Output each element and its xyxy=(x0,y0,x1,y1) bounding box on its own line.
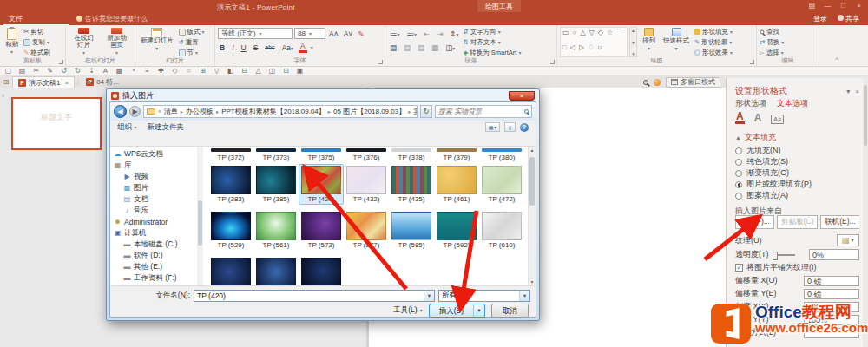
copy-button[interactable]: 复制▾ xyxy=(23,37,50,47)
folder-tree-item[interactable]: ▤ 文档 xyxy=(110,193,197,205)
settings-gear-icon[interactable] xyxy=(654,79,661,86)
folder-tree-item[interactable]: ☁ WPS云文档 xyxy=(110,148,197,160)
folder-tree-item[interactable]: ▦ 库 xyxy=(110,160,197,171)
section-text-fill[interactable]: ▲ 文本填充 xyxy=(735,132,859,143)
file-item-partial[interactable]: TP (373) xyxy=(253,148,299,162)
tools-button[interactable]: 工具(L)▾ xyxy=(393,305,422,316)
fill-option-radio[interactable]: 渐变填充(G) xyxy=(735,167,859,179)
qat-icon[interactable]: ▽ xyxy=(213,67,220,75)
search-box[interactable] xyxy=(435,105,532,118)
file-item[interactable]: TP (619) xyxy=(208,256,253,285)
shape-fill-button[interactable]: 形状填充▾ xyxy=(694,27,733,36)
transparency-value[interactable]: 0% xyxy=(809,249,859,260)
file-item-partial[interactable]: TP (379) xyxy=(434,148,479,162)
folder-tree-item[interactable]: ▬ 本地磁盘 (C:) xyxy=(110,239,197,250)
clear-format-button[interactable]: ✎ xyxy=(356,29,365,38)
shape-glyph[interactable]: ◇ xyxy=(598,28,603,43)
underline-button[interactable]: U xyxy=(240,43,248,52)
shape-glyph[interactable]: ◁ xyxy=(570,43,575,57)
shape-glyph[interactable]: ○ xyxy=(597,43,602,57)
folder-tree-item[interactable]: ▬ 软件 (D:) xyxy=(110,250,197,261)
slide-thumbnail[interactable]: 标题文字 xyxy=(11,97,102,150)
breadcrumb-segment[interactable]: 办公模板▸ xyxy=(186,107,219,116)
fill-option-radio[interactable]: 图片或纹理填充(P) xyxy=(735,179,859,190)
dialog-launcher-icon[interactable] xyxy=(59,60,63,64)
new-folder-button[interactable]: 新建文件夹 xyxy=(147,122,184,133)
search-input[interactable] xyxy=(438,108,515,115)
qat-icon[interactable]: ▤ xyxy=(18,67,26,75)
breadcrumb-segment[interactable]: PPT模板和素材集【2018.09.04】▸ xyxy=(221,107,331,116)
dialog-launcher-icon[interactable] xyxy=(550,60,555,64)
qat-icon[interactable]: ▣ xyxy=(296,67,304,75)
shape-glyph[interactable]: ○ xyxy=(573,28,577,43)
file-item[interactable]: TP (621) xyxy=(253,256,299,285)
collapse-ribbon-icon[interactable]: ^ xyxy=(835,56,838,63)
shape-glyph[interactable]: ▷ xyxy=(579,43,584,57)
doc-tab-inactive[interactable]: P 04 特... xyxy=(81,76,124,88)
shapes-gallery[interactable]: ▭○△▽◇☆⌒□◁▷♢○ xyxy=(560,27,628,57)
shape-glyph[interactable]: □ xyxy=(562,43,567,57)
new-anim-page-button[interactable]: 新加动画页▾ xyxy=(102,27,132,57)
change-case-button[interactable]: Aa▾ xyxy=(280,43,295,52)
breadcrumb-segment[interactable]: 实物背景▸ xyxy=(413,107,418,116)
align-center-button[interactable]: ▤ xyxy=(402,43,412,52)
file-item[interactable]: TP (592) xyxy=(434,210,479,251)
breadcrumb[interactable]: « 清单▸办公模板▸PPT模板和素材集【2018.09.04】▸05 图片【20… xyxy=(143,105,418,118)
texture-dropdown[interactable]: ▾ xyxy=(837,234,859,246)
qat-icon[interactable]: ⊞ xyxy=(199,67,207,75)
combo-dropdown-icon[interactable]: ▼ xyxy=(424,291,434,301)
grow-font-button[interactable]: A˄ xyxy=(327,29,340,38)
ribbon-tab[interactable]: 文件 xyxy=(3,12,69,24)
shrink-font-button[interactable]: A˅ xyxy=(342,29,355,38)
fill-option-radio[interactable]: 纯色填充(S) xyxy=(735,156,859,167)
shape-glyph[interactable]: ☆ xyxy=(607,28,613,43)
new-slide-button[interactable]: 新建幻灯片▾ xyxy=(138,27,176,57)
tile-checkbox[interactable]: ✓ xyxy=(735,264,743,272)
fill-option-radio[interactable]: 图案填充(A) xyxy=(735,190,859,201)
cancel-button[interactable]: 取消 xyxy=(491,304,529,318)
share-button[interactable]: 共享 xyxy=(838,14,859,23)
pane-toggle-icon[interactable]: ⊞ xyxy=(0,76,12,88)
folder-tree-item[interactable]: ▶ 视频 xyxy=(110,171,197,182)
fill-option-radio[interactable]: 无填充(N) xyxy=(735,145,859,156)
columns-button[interactable]: ◫▾ xyxy=(444,43,457,52)
strike-button[interactable]: S xyxy=(252,43,260,52)
reset-button[interactable]: ↺重置 xyxy=(179,37,205,47)
find-button[interactable]: 查找 xyxy=(760,27,816,36)
folder-tree-item[interactable]: ▬ 其他 (E:) xyxy=(110,261,197,272)
file-type-combo[interactable]: 所有图片 ▼ xyxy=(438,290,530,302)
qat-icon[interactable]: ✂ xyxy=(32,67,40,75)
zoom-search-icon[interactable] xyxy=(643,80,648,85)
insert-dropdown-icon[interactable]: ▼ xyxy=(473,304,484,317)
folder-tree-item[interactable]: ▬ 播州先生 (G:) xyxy=(110,284,197,285)
qat-icon[interactable]: ⊡ xyxy=(282,67,290,75)
qat-icon[interactable]: ○ xyxy=(185,67,193,75)
qat-icon[interactable]: ◫ xyxy=(268,67,276,75)
numbering-button[interactable]: ≕▾ xyxy=(405,29,419,38)
online-slides-button[interactable]: 在线幻灯片▾ xyxy=(69,27,99,57)
italic-button[interactable]: I xyxy=(230,43,235,52)
bold-button[interactable]: B xyxy=(218,43,227,52)
multi-window-mode-button[interactable]: 多窗口模式 xyxy=(666,77,720,88)
file-item-partial[interactable]: TP (380) xyxy=(479,148,524,162)
cut-button[interactable]: ✂剪切 xyxy=(23,27,50,36)
justify-button[interactable]: ▦ xyxy=(430,43,440,52)
dialog-launcher-icon[interactable] xyxy=(750,60,754,64)
field-input[interactable]: 0 磅 xyxy=(804,289,859,299)
text-effects-icon[interactable]: A xyxy=(754,113,762,124)
qat-icon[interactable]: ↻ xyxy=(74,67,82,75)
qat-icon[interactable]: ⊟ xyxy=(240,67,248,75)
align-text-button[interactable]: ⇅对齐文本▾ xyxy=(463,37,521,47)
organize-button[interactable]: 组织 ▾ xyxy=(117,122,136,133)
qat-icon[interactable]: △ xyxy=(254,67,262,75)
forward-button[interactable]: ▶ xyxy=(129,106,141,117)
field-input[interactable]: 0 磅 xyxy=(804,276,859,286)
layout-button[interactable]: 版式▾ xyxy=(179,27,205,36)
minimize-icon[interactable]: — xyxy=(821,1,834,11)
file-item[interactable]: TP (472) xyxy=(479,164,524,205)
file-item[interactable]: TP (529) xyxy=(208,210,253,251)
qat-icon[interactable]: ⇣ xyxy=(88,67,95,75)
folder-tree-item[interactable]: ▬ 工作资料 (F:) xyxy=(110,272,197,284)
file-item[interactable]: TP (385) xyxy=(253,164,299,205)
file-item-partial[interactable]: TP (378) xyxy=(389,148,434,162)
